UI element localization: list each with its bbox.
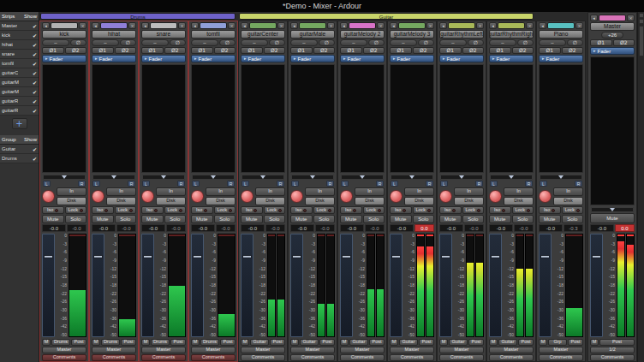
gain-display[interactable]: -0.0 <box>539 224 563 232</box>
monitor-disk-button[interactable]: Disk <box>255 197 285 205</box>
group-button[interactable]: Grp <box>548 339 567 346</box>
metering-button[interactable]: M <box>141 339 150 346</box>
metering-button[interactable]: M <box>92 339 100 346</box>
output-button[interactable]: Master <box>141 347 186 353</box>
meter-bar[interactable] <box>475 234 484 337</box>
solo-isolate-button[interactable]: Iso <box>340 206 362 214</box>
group-button[interactable]: Guitar <box>349 339 368 346</box>
record-enable-button[interactable] <box>439 190 452 203</box>
strip-name-button[interactable]: guitarRhythmRight <box>489 30 534 39</box>
input-button[interactable]: – <box>390 39 417 46</box>
master-comments-button[interactable]: Comments <box>590 354 635 361</box>
input-button[interactable]: – <box>489 39 516 46</box>
solo-lock-button[interactable]: Lock <box>264 206 286 214</box>
meter-point-button[interactable]: Post <box>170 339 186 346</box>
output-button[interactable]: Master <box>241 347 285 353</box>
add-strip-button[interactable]: + <box>12 118 27 129</box>
solo-lock-button[interactable]: Lock <box>65 206 87 214</box>
fader-processor-button[interactable]: ▸ Fader <box>489 55 534 62</box>
solo-button[interactable]: Solo <box>164 215 187 223</box>
show-checkbox[interactable]: ✔ <box>33 108 37 114</box>
mute-button[interactable]: Mute <box>42 215 64 223</box>
output-button[interactable]: Master <box>42 347 86 353</box>
monitor-input-button[interactable]: In <box>504 187 534 196</box>
solo-isolate-button[interactable]: Iso <box>539 206 561 214</box>
output-button[interactable]: Master <box>340 347 385 353</box>
metering-button[interactable]: M <box>191 339 200 346</box>
gain-fader[interactable] <box>340 234 353 337</box>
trim-button[interactable]: ∅ <box>170 39 186 46</box>
master-close-button[interactable]: × <box>627 15 635 21</box>
strip-close-button[interactable]: × <box>377 22 385 29</box>
phase-invert-2-button[interactable]: Ø2 <box>462 47 485 54</box>
master-gain-display[interactable]: -0.0 <box>590 224 614 232</box>
solo-button[interactable]: Solo <box>562 215 584 223</box>
sidebar-strip-row[interactable]: snare✔ <box>0 50 39 59</box>
strip-color-bar[interactable] <box>299 22 326 29</box>
strip-shrink-button[interactable]: ◂ <box>191 22 199 29</box>
meter-bar[interactable] <box>376 234 385 337</box>
mute-button[interactable]: Mute <box>241 215 263 223</box>
strip-name-button[interactable]: guitarMelody 2 <box>340 30 385 39</box>
meter-bar[interactable] <box>168 234 186 337</box>
gain-display[interactable]: -0.0 <box>290 224 314 232</box>
meter-bar[interactable] <box>466 234 474 337</box>
monitor-input-button[interactable]: In <box>553 187 583 196</box>
sidebar-strip-row[interactable]: guitarC✔ <box>0 68 39 78</box>
metering-button[interactable]: M <box>439 339 448 346</box>
phase-invert-1-button[interactable]: Ø1 <box>92 47 114 54</box>
solo-button[interactable]: Solo <box>115 215 137 223</box>
trim-button[interactable]: ∅ <box>368 39 385 46</box>
strip-name-button[interactable]: guitarMelody 3 <box>390 30 434 39</box>
show-checkbox[interactable]: ✔ <box>33 33 37 39</box>
strip-shrink-button[interactable]: ◂ <box>141 22 149 29</box>
show-checkbox[interactable]: ✔ <box>33 98 37 104</box>
gain-display[interactable]: -0.0 <box>42 224 66 232</box>
processor-box[interactable] <box>439 64 484 173</box>
phase-invert-1-button[interactable]: Ø1 <box>241 47 263 54</box>
strip-name-button[interactable]: hihat <box>92 30 136 39</box>
record-enable-button[interactable] <box>42 190 55 203</box>
solo-button[interactable]: Solo <box>313 215 336 223</box>
level-meter[interactable] <box>565 234 583 337</box>
pan-slider[interactable] <box>540 175 582 180</box>
strip-color-bar[interactable] <box>498 22 525 29</box>
sidebar-strip-row[interactable]: Master✔ <box>0 21 39 31</box>
solo-lock-button[interactable]: Lock <box>462 206 485 214</box>
metering-button[interactable]: M <box>390 339 398 346</box>
fader-processor-button[interactable]: ▸ Fader <box>191 55 236 62</box>
strip-color-bar[interactable] <box>547 22 575 29</box>
monitor-input-button[interactable]: In <box>404 187 434 196</box>
solo-isolate-button[interactable]: Iso <box>191 206 213 214</box>
input-button[interactable]: – <box>42 39 69 46</box>
meter-point-button[interactable]: Post <box>518 339 534 346</box>
phase-invert-1-button[interactable]: Ø1 <box>141 47 164 54</box>
strip-color-bar[interactable] <box>51 22 78 29</box>
strip-close-button[interactable]: × <box>426 22 434 29</box>
phase-invert-2-button[interactable]: Ø2 <box>562 47 584 54</box>
phase-invert-1-button[interactable]: Ø1 <box>191 47 213 54</box>
fader-processor-button[interactable]: ▸ Fader <box>290 55 335 62</box>
master-name-button[interactable]: Master <box>590 22 635 31</box>
meter-bar[interactable] <box>326 234 335 337</box>
gain-display[interactable]: -0.0 <box>439 224 463 232</box>
trim-button[interactable]: ∅ <box>517 39 534 46</box>
comments-button[interactable]: Comments <box>439 354 484 361</box>
processor-box[interactable] <box>290 64 335 173</box>
processor-box[interactable] <box>340 64 385 173</box>
solo-isolate-button[interactable]: Iso <box>290 206 313 214</box>
peak-display[interactable]: -0.0 <box>116 224 136 232</box>
solo-button[interactable]: Solo <box>363 215 385 223</box>
strip-name-button[interactable]: guitarRhythmLeft <box>439 30 484 39</box>
metering-button[interactable]: M <box>290 339 299 346</box>
gain-fader[interactable] <box>241 234 253 337</box>
output-button[interactable]: Master <box>191 347 236 353</box>
solo-lock-button[interactable]: Lock <box>115 206 137 214</box>
record-enable-button[interactable] <box>92 190 104 203</box>
monitor-input-button[interactable]: In <box>106 187 136 196</box>
group-tab-drums[interactable]: Drums <box>40 13 236 20</box>
record-enable-button[interactable] <box>141 190 154 203</box>
peak-display[interactable]: -0.0 <box>265 224 285 232</box>
phase-invert-1-button[interactable]: Ø1 <box>489 47 511 54</box>
pan-slider[interactable] <box>142 175 185 180</box>
